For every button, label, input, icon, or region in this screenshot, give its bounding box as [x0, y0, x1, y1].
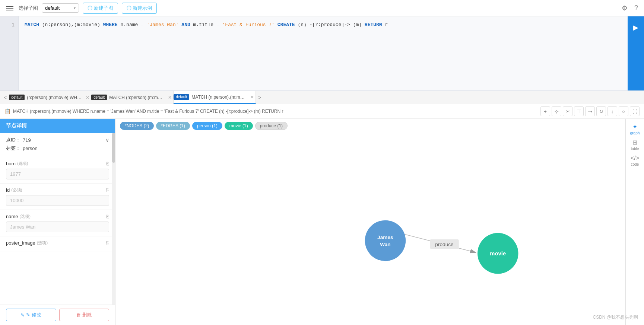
tab-next-button[interactable]: > [256, 95, 263, 101]
refresh-button[interactable]: ↻ [596, 106, 606, 116]
panel-title: 节点详情 [6, 122, 27, 128]
edit-label: ✎ 修改 [26, 312, 41, 318]
kw-where: WHERE [103, 21, 118, 29]
node-movie-label: movie [490, 251, 506, 257]
edit-icon: ✎ [20, 312, 25, 318]
edit-button[interactable]: ✎ ✎ 修改 [6, 309, 56, 321]
code-editor: 1 MATCH (n:person),(m:movie) WHERE n.nam… [0, 16, 644, 91]
table-icon: ⊞ [632, 139, 637, 146]
tag-value: person [23, 146, 38, 151]
id-required: (必须) [11, 187, 22, 193]
help-icon-button[interactable]: ? [633, 3, 640, 13]
add-node-button[interactable]: + [540, 106, 550, 116]
hierarchy-button[interactable]: ⊤ [574, 106, 584, 116]
graph-svg: produce James Wan movie [115, 133, 625, 325]
born-optional: (选项) [17, 161, 28, 166]
field-name: name (选项) ⎘ [0, 210, 115, 236]
poster-image-field-name: poster_image [6, 240, 35, 246]
node-action-buttons: ✎ ✎ 修改 🗑 删除 [0, 305, 115, 325]
graph-select-wrapper: default [42, 3, 79, 13]
code-label: code [631, 162, 639, 166]
new-subgraph-button[interactable]: ◎ 新建子图 [83, 3, 118, 14]
main-content: 节点详情 点ID： 719 ∨ 标签： person [0, 119, 644, 325]
node-james-wan[interactable] [365, 220, 406, 261]
sidebar-code-button[interactable]: </> code [628, 153, 643, 168]
toolbar-right: ⚙ ? [620, 3, 640, 14]
run-button[interactable]: ▶ [629, 21, 643, 34]
new-instance-button[interactable]: ◎ 新建示例 [122, 3, 157, 14]
graph-icon: ✦ [632, 123, 637, 130]
panel-scroll[interactable]: 点ID： 719 ∨ 标签： person born (选项) ⎘ [0, 133, 115, 305]
query-action-buttons: + ⊹ ✂ ⊤ ⇢ ↻ ↓ ○ ⛶ [540, 106, 640, 116]
name-input[interactable] [6, 222, 109, 232]
query-info-bar: 📋 MATCH (n:person),(m:movie) WHERE n.nam… [0, 104, 644, 119]
layout-button[interactable]: ⊹ [552, 106, 561, 116]
graph-label: graph [630, 131, 640, 135]
code-content[interactable]: MATCH (n:person),(m:movie) WHERE n.name … [19, 16, 628, 90]
delete-label: 删除 [82, 312, 92, 318]
kw-create: CREATE [277, 21, 295, 29]
point-id-value: 719 [23, 137, 31, 143]
filter-tag-nodes[interactable]: *NODES (2) [120, 122, 154, 130]
sidebar-table-button[interactable]: ⊞ table [628, 137, 643, 152]
scissors-button[interactable]: ✂ [563, 106, 572, 116]
sidebar-graph-button[interactable]: ✦ graph [628, 122, 643, 137]
panel-header: 节点详情 [0, 119, 115, 133]
tag-label: 标签： [6, 145, 20, 152]
fullscreen-button[interactable]: ⛶ [630, 106, 640, 116]
kw-and: AND [181, 21, 190, 29]
run-button-area: ▶ [628, 16, 644, 90]
field-id: id (必须) ⎘ [0, 184, 115, 210]
download-button[interactable]: ↓ [607, 106, 617, 116]
kw-return: RETURN [365, 21, 382, 29]
top-toolbar: 选择子图 default ◎ 新建子图 ◎ 新建示例 ⚙ ? [0, 0, 644, 16]
born-input[interactable] [6, 169, 109, 179]
line-number-1: 1 [0, 21, 18, 29]
code-icon: </> [631, 155, 639, 162]
id-input[interactable] [6, 195, 109, 206]
select-graph-label: 选择子图 [19, 5, 38, 12]
tab-label-3: MATCH (n:person),(m:movie) WHE... [189, 95, 249, 100]
right-sidebar: ✦ graph ⊞ table </> code [625, 119, 644, 325]
field-poster-image: poster_image (选项) ⎘ [0, 236, 115, 252]
tabs-bar: < default (n:person),(m:movie) WHE... ✕ … [0, 91, 644, 104]
delete-button[interactable]: 🗑 删除 [59, 309, 110, 321]
tab-badge-3: default [174, 94, 189, 100]
watermark: CSDN @我不想头秃啊 [593, 314, 638, 321]
node-detail-panel: 节点详情 点ID： 719 ∨ 标签： person [0, 119, 115, 325]
name-optional: (选项) [20, 214, 31, 219]
filter-tags-bar: *NODES (2) *EDGES (1) person (1) movie (… [115, 119, 625, 133]
filter-tag-person[interactable]: person (1) [192, 122, 222, 130]
settings-icon-button[interactable]: ⚙ [620, 3, 629, 14]
filter-tag-edges[interactable]: *EDGES (1) [156, 122, 190, 130]
field-born: born (选项) ⎘ [0, 157, 115, 184]
born-copy-button[interactable]: ⎘ [106, 161, 109, 166]
id-field-name: id [6, 187, 10, 193]
menu-icon[interactable] [4, 4, 15, 12]
query-icon: 📋 [4, 108, 11, 114]
tab-close-1[interactable]: ✕ [84, 95, 91, 100]
point-id-expand-button[interactable]: ∨ [105, 137, 109, 143]
circle-button[interactable]: ○ [619, 106, 628, 116]
tab-badge-1: default [9, 95, 25, 100]
graph-area[interactable]: *NODES (2) *EDGES (1) person (1) movie (… [115, 119, 625, 325]
tab-item-1[interactable]: default (n:person),(m:movie) WHE... ✕ [9, 91, 91, 104]
id-copy-button[interactable]: ⎘ [106, 187, 109, 193]
name-copy-button[interactable]: ⎘ [106, 214, 109, 219]
delete-icon: 🗑 [76, 312, 81, 318]
tab-item-3[interactable]: default MATCH (n:person),(m:movie) WHE..… [174, 91, 256, 104]
tab-close-3[interactable]: ✕ [249, 95, 256, 100]
poster-image-copy-button[interactable]: ⎘ [106, 240, 109, 246]
code-line-1: MATCH (n:person),(m:movie) WHERE n.name … [25, 21, 622, 29]
tab-close-2[interactable]: ✕ [166, 95, 173, 100]
point-id-label: 点ID： [6, 137, 20, 143]
arrow-button[interactable]: ⇢ [585, 106, 595, 116]
kw-string-title: 'Fast & Furious 7' [222, 21, 275, 29]
filter-tag-movie[interactable]: movie (1) [225, 122, 253, 130]
line-numbers: 1 [0, 16, 19, 90]
query-text: MATCH (n:person),(m:movie) WHERE n.name … [13, 109, 538, 114]
tab-item-2[interactable]: default MATCH (n:person),(m:movie) WHE..… [91, 91, 174, 104]
filter-tag-produce[interactable]: produce (1) [255, 122, 288, 130]
tab-prev-button[interactable]: < [1, 95, 9, 101]
graph-select[interactable]: default [42, 3, 79, 13]
